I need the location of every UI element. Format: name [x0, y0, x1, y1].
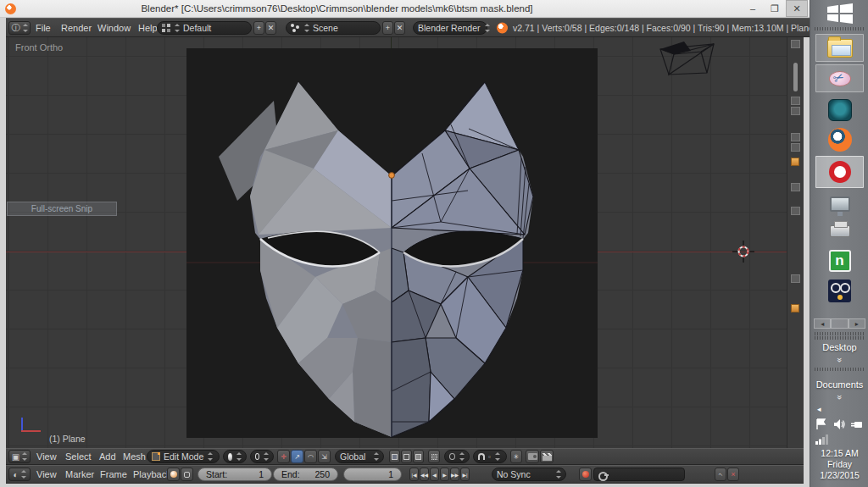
menu-frame[interactable]: Frame	[100, 469, 127, 479]
limit-selection-button[interactable]	[428, 450, 440, 463]
preview-range-button[interactable]	[167, 468, 180, 481]
menu-file[interactable]: File	[36, 23, 51, 33]
clock-time[interactable]: 12:15 AM	[810, 448, 868, 458]
power-plug-icon[interactable]	[851, 418, 864, 430]
taskbar-file-explorer[interactable]	[815, 34, 864, 62]
current-frame-field[interactable]: 1	[343, 468, 402, 481]
maximize-button[interactable]: ❐	[764, 0, 786, 17]
menu-mesh[interactable]: Mesh	[123, 451, 146, 462]
play-button[interactable]: ▶	[440, 468, 449, 481]
wireframe-object[interactable]	[640, 37, 725, 76]
render-engine-selector[interactable]: Blender Render	[413, 21, 487, 35]
pager-left-arrow[interactable]: ◂	[814, 318, 831, 329]
jump-to-end-button[interactable]: ▶|	[460, 468, 470, 481]
scene-selector[interactable]: Scene	[286, 21, 381, 35]
record-button[interactable]	[579, 468, 592, 481]
documents-toolbar-label[interactable]: Documents	[810, 379, 868, 390]
desktop-expand-chevron[interactable]: »	[810, 355, 868, 364]
insert-keyframe-button[interactable]: ⌐	[715, 468, 726, 481]
clock-date[interactable]: 1/23/2015	[810, 470, 868, 480]
render-animation-button[interactable]	[540, 450, 554, 463]
documents-expand-chevron[interactable]: »	[810, 392, 868, 401]
proportional-edit-selector[interactable]	[444, 450, 470, 463]
properties-panel-collapsed[interactable]	[787, 37, 804, 448]
taskbar-blender[interactable]	[815, 125, 864, 153]
scale-manipulator-button[interactable]: ⇲	[318, 450, 331, 463]
volume-icon[interactable]	[833, 418, 845, 430]
properties-editor-icon[interactable]	[791, 40, 800, 48]
texture-tab-icon[interactable]	[791, 304, 799, 313]
pager-page[interactable]	[831, 318, 848, 329]
layers-tab-icon[interactable]	[791, 107, 800, 115]
taskbar-goggles-app[interactable]	[815, 277, 864, 305]
taskbar-media-app[interactable]	[815, 96, 864, 124]
taskbar-opera[interactable]	[815, 156, 864, 188]
menu-window[interactable]: Window	[97, 23, 131, 33]
snap-selector[interactable]: ▫	[473, 450, 507, 463]
taskbar-computer[interactable]	[815, 192, 864, 216]
lock-frame-button[interactable]	[181, 468, 193, 481]
menu-help[interactable]: Help	[138, 23, 158, 33]
viewport-3d[interactable]: Front Ortho Full-screen Snip (1) Plane	[6, 37, 787, 448]
add-scene-button[interactable]: +	[382, 21, 393, 35]
vertex-select-button[interactable]	[389, 450, 400, 463]
delete-scene-button[interactable]: ✕	[394, 21, 405, 35]
rotate-manipulator-button[interactable]: ◠	[304, 450, 317, 463]
menu-add[interactable]: Add	[99, 451, 116, 462]
frame-end-field[interactable]: End: 250	[273, 468, 338, 481]
shading-selector[interactable]	[223, 450, 247, 463]
jump-to-start-button[interactable]: |◀	[409, 468, 419, 481]
mode-selector[interactable]: Edit Mode	[147, 450, 220, 463]
manipulator-toggle-button[interactable]: ✛	[277, 450, 290, 463]
menu-view[interactable]: View	[36, 469, 57, 479]
clock-day[interactable]: Friday	[810, 459, 868, 469]
show-hidden-icons-arrow[interactable]: ◂	[817, 405, 821, 413]
pager-right-arrow[interactable]: ▸	[849, 318, 865, 329]
editor-type-info-button[interactable]: ⓘ	[8, 21, 31, 35]
close-button[interactable]: ✕	[786, 0, 808, 17]
frame-start-field[interactable]: Start: 1	[198, 468, 272, 481]
menu-playback[interactable]: Playback	[133, 469, 171, 479]
next-keyframe-button[interactable]: ▶▶	[450, 468, 459, 481]
network-signal-icon[interactable]	[815, 434, 829, 445]
taskbar-pager[interactable]: ◂ ▸	[814, 318, 865, 329]
pivot-selector[interactable]	[250, 450, 274, 463]
menu-select[interactable]: Select	[65, 451, 92, 462]
snap-peel-button[interactable]: ✳	[510, 450, 522, 463]
data-tab-icon[interactable]	[791, 207, 800, 215]
delete-layout-button[interactable]: ✕	[265, 21, 276, 35]
translate-manipulator-button[interactable]: ↗	[291, 450, 303, 463]
orientation-selector[interactable]: Global	[335, 450, 384, 463]
editor-type-timeline-button[interactable]: ◐	[8, 468, 31, 481]
render-opengl-button[interactable]	[526, 450, 539, 463]
taskbar-snipping-tool[interactable]	[815, 64, 864, 92]
properties-scrollbar[interactable]	[793, 63, 798, 91]
render-tab-icon[interactable]	[791, 97, 800, 105]
mask-mesh[interactable]	[186, 48, 598, 438]
taskbar-notepad[interactable]: n	[815, 247, 864, 274]
material-tab-icon[interactable]	[791, 274, 800, 283]
menu-render[interactable]: Render	[61, 23, 92, 33]
menu-marker[interactable]: Marker	[65, 469, 94, 479]
menu-view[interactable]: View	[36, 451, 57, 462]
keying-set-field[interactable]	[593, 468, 685, 481]
sync-mode-selector[interactable]: No Sync	[492, 468, 566, 481]
object-tab-icon[interactable]	[791, 158, 799, 166]
minimize-button[interactable]: –	[742, 0, 764, 17]
add-layout-button[interactable]: +	[253, 21, 264, 35]
world-tab-icon[interactable]	[791, 143, 800, 152]
taskbar-printer[interactable]	[815, 219, 864, 244]
edge-select-button[interactable]	[401, 450, 412, 463]
editor-type-3dview-button[interactable]: ▣	[8, 450, 31, 463]
scene-tab-icon[interactable]	[791, 133, 800, 141]
play-reverse-button[interactable]: ◀	[430, 468, 439, 481]
modifier-tab-icon[interactable]	[791, 183, 800, 191]
action-center-flag-icon[interactable]	[815, 418, 827, 430]
window-titlebar[interactable]: Blender* [C:\Users\crimmson76\Desktop\Cr…	[0, 0, 810, 18]
face-select-button[interactable]	[413, 450, 424, 463]
start-button[interactable]	[815, 2, 864, 25]
desktop-toolbar-label[interactable]: Desktop	[810, 342, 868, 352]
previous-keyframe-button[interactable]: ◀◀	[420, 468, 429, 481]
delete-keyframe-button[interactable]: ×	[727, 468, 739, 481]
screen-layout-selector[interactable]: Default	[157, 21, 252, 35]
